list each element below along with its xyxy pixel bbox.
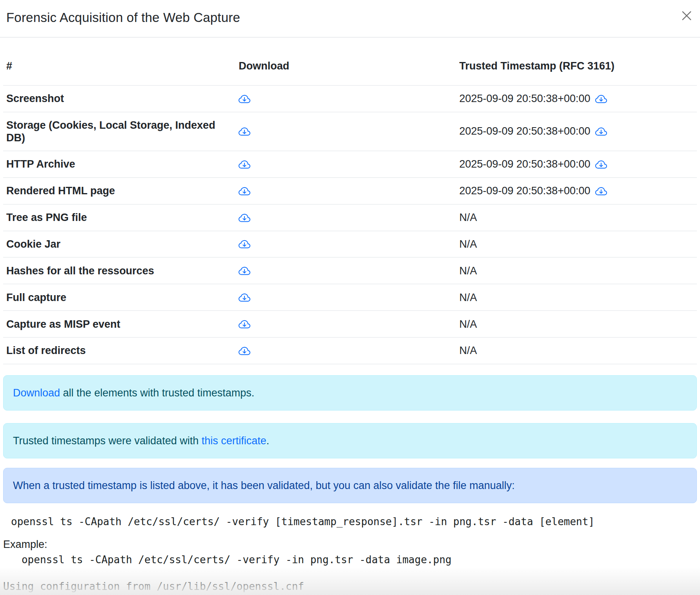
forensics-table: # Download Trusted Timestamp (RFC 3161) … <box>3 57 697 364</box>
row-label: Rendered HTML page <box>3 177 235 204</box>
page-title: Forensic Acquisition of the Web Capture <box>6 10 694 25</box>
cloud-download-icon <box>239 265 250 277</box>
download-all-alert: Download all the elements with trusted t… <box>3 375 697 411</box>
row-label: Full capture <box>3 284 235 311</box>
cloud-download-icon <box>239 126 250 138</box>
timestamp-value: N/A <box>459 238 477 250</box>
modal-header: Forensic Acquisition of the Web Capture <box>0 0 700 38</box>
cloud-download-icon <box>239 212 250 224</box>
timestamp-value: 2025-09-09 20:50:38+00:00 <box>459 125 590 137</box>
download-link[interactable] <box>239 126 250 138</box>
openssl-example-output: openssl ts -CApath /etc/ssl/certs/ -veri… <box>3 553 697 595</box>
timestamp-value: N/A <box>459 318 477 330</box>
timestamp-value: 2025-09-09 20:50:38+00:00 <box>459 185 590 197</box>
cloud-download-icon <box>239 159 250 171</box>
column-header-timestamp: Trusted Timestamp (RFC 3161) <box>456 57 697 86</box>
table-row: Full capture N/A <box>3 284 697 311</box>
cloud-download-icon <box>239 345 250 357</box>
table-row: Capture as MISP event N/A <box>3 311 697 338</box>
download-link[interactable] <box>239 159 250 171</box>
download-link[interactable] <box>239 93 250 105</box>
download-link[interactable] <box>239 292 250 304</box>
timestamp-download-link[interactable] <box>595 186 607 197</box>
row-label: Screenshot <box>3 86 235 112</box>
openssl-verify-command: openssl ts -CApath /etc/ssl/certs/ -veri… <box>11 515 697 528</box>
table-row: Tree as PNG file N/A <box>3 204 697 231</box>
timestamp-download-link[interactable] <box>595 93 607 105</box>
row-label: HTTP Archive <box>3 151 235 177</box>
row-label: List of redirects <box>3 338 235 364</box>
download-all-link[interactable]: Download <box>13 387 60 399</box>
table-header-row: # Download Trusted Timestamp (RFC 3161) <box>3 57 697 86</box>
cloud-download-icon <box>239 292 250 304</box>
download-link[interactable] <box>239 212 250 224</box>
table-row: Hashes for all the ressources N/A <box>3 257 697 284</box>
table-row: Storage (Cookies, Local Storage, Indexed… <box>3 112 697 151</box>
cloud-download-icon <box>595 93 607 105</box>
close-button[interactable] <box>679 8 695 24</box>
timestamp-value: N/A <box>459 345 477 356</box>
download-link[interactable] <box>239 345 250 357</box>
download-link[interactable] <box>239 319 250 330</box>
download-link[interactable] <box>239 239 250 250</box>
certificate-link[interactable]: this certificate <box>202 435 266 447</box>
cloud-download-icon <box>239 93 250 105</box>
download-all-text: all the elements with trusted timestamps… <box>60 387 254 399</box>
modal-body: # Download Trusted Timestamp (RFC 3161) … <box>0 57 700 595</box>
manual-validation-text: When a trusted timestamp is listed above… <box>13 480 515 491</box>
timestamp-value: 2025-09-09 20:50:38+00:00 <box>459 158 590 170</box>
download-link[interactable] <box>239 186 250 197</box>
timestamp-value: N/A <box>459 292 477 303</box>
download-link[interactable] <box>239 265 250 277</box>
close-icon <box>680 9 693 22</box>
row-label: Cookie Jar <box>3 231 235 257</box>
row-label: Storage (Cookies, Local Storage, Indexed… <box>3 112 235 151</box>
table-row: HTTP Archive 2025-09-09 20:50:38+00:00 <box>3 151 697 177</box>
certificate-text-suffix: . <box>266 435 270 447</box>
certificate-text-prefix: Trusted timestamps were validated with <box>13 435 202 447</box>
table-row: List of redirects N/A <box>3 338 697 364</box>
cloud-download-icon <box>595 159 607 171</box>
cloud-download-icon <box>239 239 250 250</box>
timestamp-download-link[interactable] <box>595 159 607 171</box>
timestamp-download-link[interactable] <box>595 126 607 138</box>
manual-validation-alert: When a trusted timestamp is listed above… <box>3 468 697 503</box>
column-header-element: # <box>3 57 235 86</box>
cloud-download-icon <box>239 319 250 330</box>
row-label: Tree as PNG file <box>3 204 235 231</box>
row-label: Capture as MISP event <box>3 311 235 338</box>
column-header-download: Download <box>235 57 456 86</box>
timestamp-value: 2025-09-09 20:50:38+00:00 <box>459 93 590 104</box>
cloud-download-icon <box>239 186 250 197</box>
example-label: Example: <box>3 538 697 551</box>
cloud-download-icon <box>595 126 607 138</box>
table-row: Cookie Jar N/A <box>3 231 697 257</box>
timestamp-value: N/A <box>459 212 477 223</box>
cloud-download-icon <box>595 186 607 197</box>
table-row: Rendered HTML page 2025-09-09 20:50:38+0… <box>3 177 697 204</box>
table-row: Screenshot 2025-09-09 20:50:38+00:00 <box>3 86 697 112</box>
certificate-alert: Trusted timestamps were validated with t… <box>3 423 697 458</box>
table-body: Screenshot 2025-09-09 20:50:38+00:00 Sto… <box>3 86 697 364</box>
row-label: Hashes for all the ressources <box>3 257 235 284</box>
timestamp-value: N/A <box>459 265 477 277</box>
